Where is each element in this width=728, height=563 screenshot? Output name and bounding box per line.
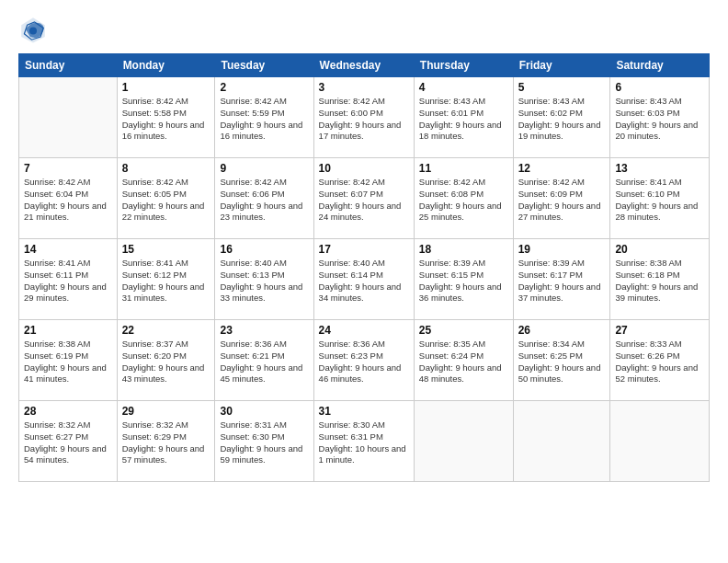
logo — [18, 15, 51, 44]
weekday-header-saturday: Saturday — [610, 54, 710, 77]
day-info: Sunrise: 8:42 AMSunset: 5:59 PMDaylight:… — [220, 96, 308, 143]
calendar-cell: 17Sunrise: 8:40 AMSunset: 6:14 PMDayligh… — [313, 239, 414, 320]
calendar-cell: 19Sunrise: 8:39 AMSunset: 6:17 PMDayligh… — [513, 239, 610, 320]
day-info: Sunrise: 8:34 AMSunset: 6:25 PMDaylight:… — [518, 339, 606, 385]
calendar-cell — [513, 401, 610, 482]
calendar-cell: 29Sunrise: 8:32 AMSunset: 6:29 PMDayligh… — [117, 401, 215, 482]
calendar-cell: 16Sunrise: 8:40 AMSunset: 6:13 PMDayligh… — [215, 239, 313, 320]
svg-point-1 — [29, 28, 37, 35]
calendar-cell: 25Sunrise: 8:35 AMSunset: 6:24 PMDayligh… — [414, 320, 513, 401]
calendar-week-row-1: 1Sunrise: 8:42 AMSunset: 5:58 PMDaylight… — [19, 77, 710, 158]
calendar-cell: 1Sunrise: 8:42 AMSunset: 5:58 PMDaylight… — [117, 77, 215, 158]
day-number: 8 — [122, 162, 210, 175]
day-number: 2 — [220, 81, 308, 94]
calendar-cell: 10Sunrise: 8:42 AMSunset: 6:07 PMDayligh… — [313, 158, 414, 239]
day-info: Sunrise: 8:40 AMSunset: 6:14 PMDaylight:… — [319, 258, 409, 304]
day-number: 22 — [122, 324, 210, 337]
calendar-cell — [19, 77, 118, 158]
day-info: Sunrise: 8:42 AMSunset: 6:09 PMDaylight:… — [518, 177, 606, 224]
weekday-header-tuesday: Tuesday — [215, 54, 313, 77]
calendar-cell — [414, 401, 513, 482]
weekday-header-friday: Friday — [513, 54, 610, 77]
day-info: Sunrise: 8:41 AMSunset: 6:11 PMDaylight:… — [24, 258, 112, 304]
calendar-cell: 15Sunrise: 8:41 AMSunset: 6:12 PMDayligh… — [117, 239, 215, 320]
day-info: Sunrise: 8:43 AMSunset: 6:02 PMDaylight:… — [518, 96, 606, 143]
logo-icon — [18, 15, 48, 44]
day-info: Sunrise: 8:38 AMSunset: 6:18 PMDaylight:… — [615, 258, 704, 304]
day-number: 13 — [615, 162, 704, 175]
calendar-cell: 4Sunrise: 8:43 AMSunset: 6:01 PMDaylight… — [414, 77, 513, 158]
day-info: Sunrise: 8:35 AMSunset: 6:24 PMDaylight:… — [419, 339, 508, 385]
day-info: Sunrise: 8:31 AMSunset: 6:30 PMDaylight:… — [220, 419, 308, 466]
day-info: Sunrise: 8:39 AMSunset: 6:17 PMDaylight:… — [518, 258, 606, 304]
day-number: 4 — [419, 81, 508, 94]
calendar-cell: 30Sunrise: 8:31 AMSunset: 6:30 PMDayligh… — [215, 401, 313, 482]
day-info: Sunrise: 8:42 AMSunset: 6:05 PMDaylight:… — [122, 177, 210, 224]
day-info: Sunrise: 8:36 AMSunset: 6:23 PMDaylight:… — [319, 339, 409, 385]
day-number: 17 — [319, 243, 409, 256]
day-number: 23 — [220, 324, 308, 337]
day-info: Sunrise: 8:32 AMSunset: 6:29 PMDaylight:… — [122, 419, 210, 466]
day-number: 16 — [220, 243, 308, 256]
calendar-cell: 31Sunrise: 8:30 AMSunset: 6:31 PMDayligh… — [313, 401, 414, 482]
day-number: 1 — [122, 81, 210, 94]
calendar-cell: 26Sunrise: 8:34 AMSunset: 6:25 PMDayligh… — [513, 320, 610, 401]
day-number: 29 — [122, 405, 210, 418]
day-number: 24 — [319, 324, 409, 337]
calendar-cell: 2Sunrise: 8:42 AMSunset: 5:59 PMDaylight… — [215, 77, 313, 158]
day-info: Sunrise: 8:32 AMSunset: 6:27 PMDaylight:… — [24, 419, 112, 466]
day-number: 10 — [319, 162, 409, 175]
day-number: 20 — [615, 243, 704, 256]
calendar-week-row-3: 14Sunrise: 8:41 AMSunset: 6:11 PMDayligh… — [19, 239, 710, 320]
day-number: 18 — [419, 243, 508, 256]
day-info: Sunrise: 8:37 AMSunset: 6:20 PMDaylight:… — [122, 339, 210, 385]
day-info: Sunrise: 8:43 AMSunset: 6:01 PMDaylight:… — [419, 96, 508, 143]
day-info: Sunrise: 8:42 AMSunset: 5:58 PMDaylight:… — [122, 96, 210, 143]
day-number: 30 — [220, 405, 308, 418]
calendar-cell: 18Sunrise: 8:39 AMSunset: 6:15 PMDayligh… — [414, 239, 513, 320]
day-number: 31 — [319, 405, 409, 418]
calendar-cell: 24Sunrise: 8:36 AMSunset: 6:23 PMDayligh… — [313, 320, 414, 401]
calendar-cell: 7Sunrise: 8:42 AMSunset: 6:04 PMDaylight… — [19, 158, 118, 239]
day-info: Sunrise: 8:36 AMSunset: 6:21 PMDaylight:… — [220, 339, 308, 385]
day-info: Sunrise: 8:30 AMSunset: 6:31 PMDaylight:… — [319, 419, 409, 466]
day-info: Sunrise: 8:42 AMSunset: 6:08 PMDaylight:… — [419, 177, 508, 224]
day-number: 11 — [419, 162, 508, 175]
day-number: 19 — [518, 243, 606, 256]
day-number: 14 — [24, 243, 112, 256]
day-number: 27 — [615, 324, 704, 337]
day-number: 7 — [24, 162, 112, 175]
day-number: 26 — [518, 324, 606, 337]
calendar-week-row-2: 7Sunrise: 8:42 AMSunset: 6:04 PMDaylight… — [19, 158, 710, 239]
weekday-header-row: SundayMondayTuesdayWednesdayThursdayFrid… — [19, 54, 710, 77]
day-number: 3 — [319, 81, 409, 94]
calendar-cell: 8Sunrise: 8:42 AMSunset: 6:05 PMDaylight… — [117, 158, 215, 239]
day-info: Sunrise: 8:42 AMSunset: 6:00 PMDaylight:… — [319, 96, 409, 143]
weekday-header-wednesday: Wednesday — [313, 54, 414, 77]
calendar-cell: 23Sunrise: 8:36 AMSunset: 6:21 PMDayligh… — [215, 320, 313, 401]
calendar-cell: 6Sunrise: 8:43 AMSunset: 6:03 PMDaylight… — [610, 77, 710, 158]
day-info: Sunrise: 8:43 AMSunset: 6:03 PMDaylight:… — [615, 96, 704, 143]
weekday-header-monday: Monday — [117, 54, 215, 77]
day-number: 9 — [220, 162, 308, 175]
calendar-cell: 27Sunrise: 8:33 AMSunset: 6:26 PMDayligh… — [610, 320, 710, 401]
calendar-week-row-5: 28Sunrise: 8:32 AMSunset: 6:27 PMDayligh… — [19, 401, 710, 482]
day-info: Sunrise: 8:42 AMSunset: 6:07 PMDaylight:… — [319, 177, 409, 224]
day-info: Sunrise: 8:42 AMSunset: 6:06 PMDaylight:… — [220, 177, 308, 224]
day-number: 28 — [24, 405, 112, 418]
weekday-header-thursday: Thursday — [414, 54, 513, 77]
day-info: Sunrise: 8:41 AMSunset: 6:10 PMDaylight:… — [615, 177, 704, 224]
calendar-cell: 5Sunrise: 8:43 AMSunset: 6:02 PMDaylight… — [513, 77, 610, 158]
calendar-cell: 12Sunrise: 8:42 AMSunset: 6:09 PMDayligh… — [513, 158, 610, 239]
calendar-cell: 20Sunrise: 8:38 AMSunset: 6:18 PMDayligh… — [610, 239, 710, 320]
calendar-table: SundayMondayTuesdayWednesdayThursdayFrid… — [18, 53, 710, 482]
day-number: 25 — [419, 324, 508, 337]
day-info: Sunrise: 8:41 AMSunset: 6:12 PMDaylight:… — [122, 258, 210, 304]
calendar-cell: 22Sunrise: 8:37 AMSunset: 6:20 PMDayligh… — [117, 320, 215, 401]
calendar-cell: 28Sunrise: 8:32 AMSunset: 6:27 PMDayligh… — [19, 401, 118, 482]
header — [18, 15, 710, 44]
calendar-cell: 13Sunrise: 8:41 AMSunset: 6:10 PMDayligh… — [610, 158, 710, 239]
day-number: 21 — [24, 324, 112, 337]
calendar-cell — [610, 401, 710, 482]
day-number: 12 — [518, 162, 606, 175]
